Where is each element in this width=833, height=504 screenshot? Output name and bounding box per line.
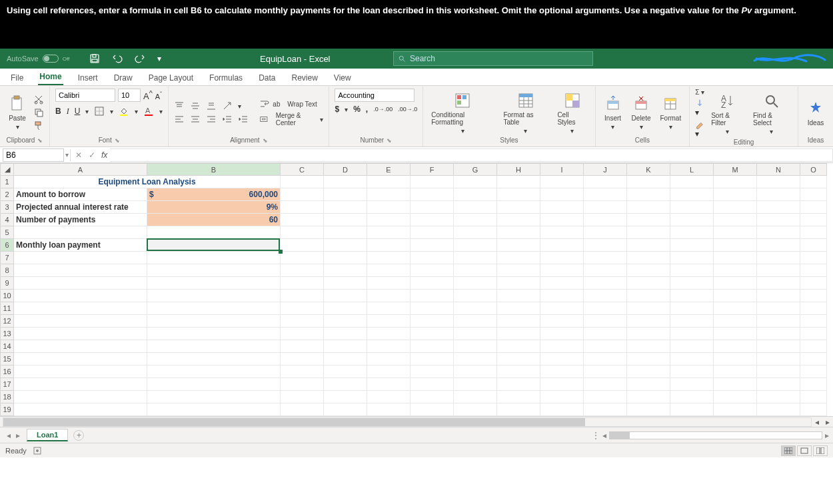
cell-H1[interactable] (497, 176, 540, 188)
cell-A4[interactable]: Number of payments (14, 214, 147, 226)
cell-N1[interactable] (757, 176, 800, 188)
cell-D7[interactable] (324, 252, 367, 264)
cell-G17[interactable] (454, 378, 497, 391)
search-box[interactable]: Search (393, 51, 593, 66)
col-header-G[interactable]: G (454, 164, 497, 176)
fill-icon[interactable]: ▾ (695, 99, 704, 117)
cell-H14[interactable] (497, 340, 540, 353)
cell-B19[interactable] (147, 403, 281, 416)
cell-N10[interactable] (757, 290, 800, 302)
format-as-table-button[interactable]: Format as Table▾ (500, 90, 550, 136)
cell-B18[interactable] (147, 391, 281, 403)
tab-scroll-left-icon[interactable]: ◂ (7, 431, 11, 440)
cell-M11[interactable] (714, 302, 757, 315)
cell-J7[interactable] (584, 252, 627, 264)
cell-C8[interactable] (281, 264, 324, 277)
cell-H3[interactable] (497, 201, 540, 214)
tab-file[interactable]: File (9, 71, 25, 85)
cell-O7[interactable] (800, 252, 827, 264)
cell-E9[interactable] (367, 277, 411, 290)
name-box[interactable] (3, 148, 64, 162)
cell-I13[interactable] (540, 328, 584, 340)
cell-K14[interactable] (627, 340, 670, 353)
decrease-font-icon[interactable]: Aˇ (155, 91, 162, 101)
cell-I5[interactable] (540, 226, 584, 239)
cell-A17[interactable] (14, 378, 147, 391)
row-header-6[interactable]: 6 (1, 239, 14, 252)
cell-L15[interactable] (670, 353, 714, 366)
cell-D1[interactable] (324, 176, 367, 188)
cell-O14[interactable] (800, 340, 827, 353)
cell-A10[interactable] (14, 290, 147, 302)
cell-B16[interactable] (147, 366, 281, 378)
formula-input[interactable] (110, 148, 833, 162)
cell-L19[interactable] (670, 403, 714, 416)
cell-K17[interactable] (627, 378, 670, 391)
find-select-button[interactable]: Find & Select▾ (750, 91, 792, 136)
cell-E15[interactable] (367, 353, 411, 366)
bold-button[interactable]: B (55, 107, 61, 116)
tab-page-layout[interactable]: Page Layout (147, 71, 195, 85)
cell-A15[interactable] (14, 353, 147, 366)
cell-I17[interactable] (540, 378, 584, 391)
align-center-icon[interactable] (190, 114, 201, 125)
cell-E7[interactable] (367, 252, 411, 264)
row-header-17[interactable]: 17 (1, 378, 14, 391)
cell-G6[interactable] (454, 239, 497, 252)
cell-B12[interactable] (147, 315, 281, 328)
cancel-formula-icon[interactable]: ✕ (72, 150, 85, 160)
col-header-E[interactable]: E (367, 164, 411, 176)
cell-C4[interactable] (281, 214, 324, 226)
save-icon[interactable] (89, 53, 100, 64)
cell-B9[interactable] (147, 277, 281, 290)
cell-I9[interactable] (540, 277, 584, 290)
tab-view[interactable]: View (333, 71, 353, 85)
italic-button[interactable]: I (67, 107, 69, 117)
row-header-15[interactable]: 15 (1, 353, 14, 366)
cell-K4[interactable] (627, 214, 670, 226)
cell-B4[interactable]: 60 (147, 214, 281, 226)
cell-J11[interactable] (584, 302, 627, 315)
cell-M6[interactable] (714, 239, 757, 252)
cell-G8[interactable] (454, 264, 497, 277)
cell-L12[interactable] (670, 315, 714, 328)
cell-E13[interactable] (367, 328, 411, 340)
cell-N6[interactable] (757, 239, 800, 252)
cell-D19[interactable] (324, 403, 367, 416)
cell-G15[interactable] (454, 353, 497, 366)
cell-O10[interactable] (800, 290, 827, 302)
cell-N13[interactable] (757, 328, 800, 340)
sort-filter-button[interactable]: AZSort & Filter▾ (708, 91, 746, 136)
cell-N5[interactable] (757, 226, 800, 239)
enter-formula-icon[interactable]: ✓ (85, 150, 99, 160)
cell-I10[interactable] (540, 290, 584, 302)
cell-L1[interactable] (670, 176, 714, 188)
tab-draw[interactable]: Draw (113, 71, 134, 85)
new-sheet-button[interactable]: + (73, 430, 84, 441)
conditional-formatting-button[interactable]: Conditional Formatting▾ (428, 90, 496, 136)
hscroll-right-icon[interactable]: ▸ (825, 431, 829, 440)
cell-J3[interactable] (584, 201, 627, 214)
cell-G3[interactable] (454, 201, 497, 214)
cell-F17[interactable] (411, 378, 454, 391)
cell-H8[interactable] (497, 264, 540, 277)
row-header-5[interactable]: 5 (1, 226, 14, 239)
cell-D2[interactable] (324, 188, 367, 201)
cell-E6[interactable] (367, 239, 411, 252)
cell-L17[interactable] (670, 378, 714, 391)
ideas-button[interactable]: Ideas (804, 98, 828, 128)
cell-N19[interactable] (757, 403, 800, 416)
row-header-18[interactable]: 18 (1, 391, 14, 403)
cell-A6[interactable]: Monthly loan payment (14, 239, 147, 252)
cell-A5[interactable] (14, 226, 147, 239)
cell-J16[interactable] (584, 366, 627, 378)
cell-G11[interactable] (454, 302, 497, 315)
cell-L3[interactable] (670, 201, 714, 214)
cell-C12[interactable] (281, 315, 324, 328)
cell-F3[interactable] (411, 201, 454, 214)
tab-home[interactable]: Home (38, 69, 63, 85)
cell-F10[interactable] (411, 290, 454, 302)
cell-M4[interactable] (714, 214, 757, 226)
cell-F2[interactable] (411, 188, 454, 201)
cell-H12[interactable] (497, 315, 540, 328)
